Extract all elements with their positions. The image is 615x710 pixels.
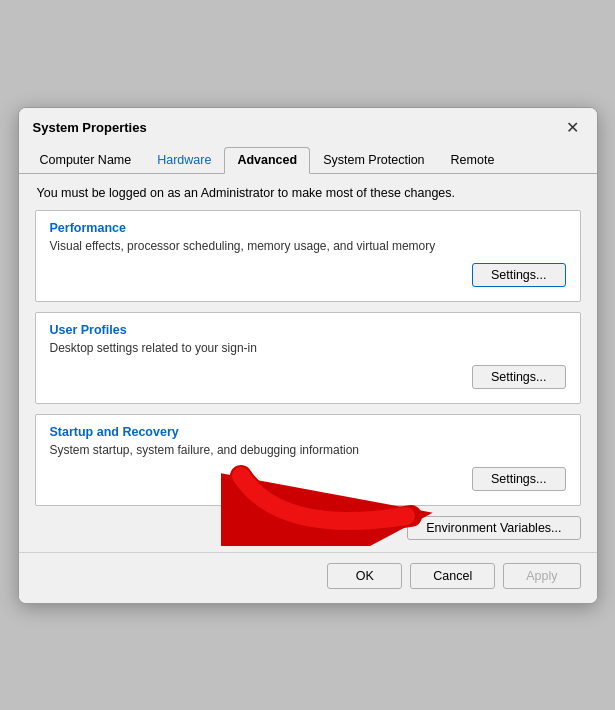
apply-button[interactable]: Apply (503, 563, 580, 589)
tab-hardware[interactable]: Hardware (144, 147, 224, 174)
performance-settings-button[interactable]: Settings... (472, 263, 566, 287)
performance-section: Performance Visual effects, processor sc… (35, 210, 581, 302)
system-properties-window: System Properties ✕ Computer Name Hardwa… (18, 107, 598, 604)
startup-recovery-desc: System startup, system failure, and debu… (50, 443, 566, 457)
startup-recovery-settings-button[interactable]: Settings... (472, 467, 566, 491)
tab-content: You must be logged on as an Administrato… (19, 174, 597, 552)
user-profiles-title: User Profiles (50, 323, 566, 337)
window-title: System Properties (33, 120, 147, 135)
performance-title: Performance (50, 221, 566, 235)
tab-advanced[interactable]: Advanced (224, 147, 310, 174)
startup-recovery-title: Startup and Recovery (50, 425, 566, 439)
dialog-footer: OK Cancel Apply (19, 552, 597, 603)
environment-variables-button[interactable]: Environment Variables... (407, 516, 580, 540)
admin-notice: You must be logged on as an Administrato… (35, 186, 581, 200)
user-profiles-section: User Profiles Desktop settings related t… (35, 312, 581, 404)
tab-system-protection[interactable]: System Protection (310, 147, 437, 174)
env-variables-area: Environment Variables... (35, 516, 581, 540)
close-button[interactable]: ✕ (563, 118, 583, 138)
tab-bar: Computer Name Hardware Advanced System P… (19, 138, 597, 174)
tab-remote[interactable]: Remote (438, 147, 508, 174)
performance-desc: Visual effects, processor scheduling, me… (50, 239, 566, 253)
title-bar: System Properties ✕ (19, 108, 597, 138)
cancel-button[interactable]: Cancel (410, 563, 495, 589)
user-profiles-desc: Desktop settings related to your sign-in (50, 341, 566, 355)
tab-computer-name[interactable]: Computer Name (27, 147, 145, 174)
ok-button[interactable]: OK (327, 563, 402, 589)
user-profiles-settings-button[interactable]: Settings... (472, 365, 566, 389)
startup-recovery-section: Startup and Recovery System startup, sys… (35, 414, 581, 506)
